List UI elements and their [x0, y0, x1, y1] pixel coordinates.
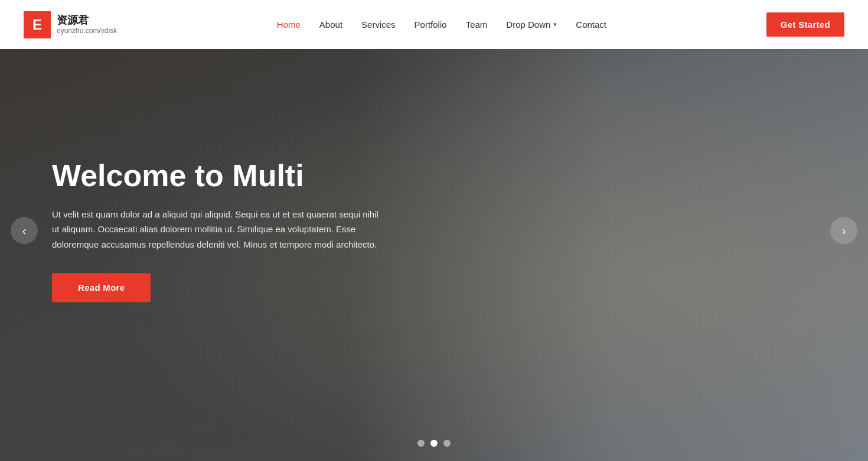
nav-item-dropdown[interactable]: Drop Down ▾ — [506, 20, 557, 30]
carousel-next-button[interactable]: › — [830, 217, 857, 244]
nav-link-about[interactable]: About — [319, 20, 342, 30]
nav-link-contact[interactable]: Contact — [576, 20, 606, 30]
carousel-dot-1[interactable] — [417, 440, 425, 447]
brand-name: 资源君 — [57, 14, 117, 27]
nav-link-home[interactable]: Home — [277, 20, 301, 30]
get-started-button[interactable]: Get Started — [766, 12, 844, 37]
nav-item-home[interactable]: Home — [277, 20, 301, 30]
nav-item-about[interactable]: About — [319, 20, 342, 30]
nav-item-services[interactable]: Services — [361, 20, 396, 30]
brand-logo[interactable]: E 资源君 eyunzhu.com/vdisk — [24, 11, 117, 38]
hero-content: Welcome to Multi Ut velit est quam dolor… — [52, 158, 383, 302]
nav-link-services[interactable]: Services — [361, 20, 396, 30]
chevron-down-icon: ▾ — [553, 21, 557, 28]
nav-link-team[interactable]: Team — [466, 20, 488, 30]
nav-item-portfolio[interactable]: Portfolio — [415, 20, 447, 30]
carousel-dots — [417, 440, 451, 447]
nav-item-contact[interactable]: Contact — [576, 20, 606, 30]
hero-title: Welcome to Multi — [52, 158, 383, 194]
hero-description: Ut velit est quam dolor ad a aliquid qui… — [52, 207, 383, 252]
navbar: E 资源君 eyunzhu.com/vdisk Home About Servi… — [0, 0, 868, 49]
brand-text-block: 资源君 eyunzhu.com/vdisk — [57, 14, 117, 35]
nav-item-team[interactable]: Team — [466, 20, 488, 30]
hero-section: E 资源君 eyunzhu.com/vdisk Home About Servi… — [0, 0, 868, 461]
carousel-dot-3[interactable] — [443, 440, 451, 447]
arrow-right-icon: › — [842, 224, 846, 238]
nav-dropdown-toggle[interactable]: Drop Down ▾ — [506, 20, 557, 30]
nav-dropdown-label: Drop Down — [506, 20, 550, 30]
arrow-left-icon: ‹ — [22, 224, 27, 238]
brand-url: eyunzhu.com/vdisk — [57, 27, 117, 35]
carousel-prev-button[interactable]: ‹ — [11, 217, 38, 244]
nav-menu: Home About Services Portfolio Team Drop … — [277, 20, 606, 30]
brand-icon: E — [24, 11, 51, 38]
read-more-button[interactable]: Read More — [52, 274, 151, 303]
carousel-dot-2[interactable] — [430, 440, 438, 447]
nav-link-portfolio[interactable]: Portfolio — [415, 20, 447, 30]
